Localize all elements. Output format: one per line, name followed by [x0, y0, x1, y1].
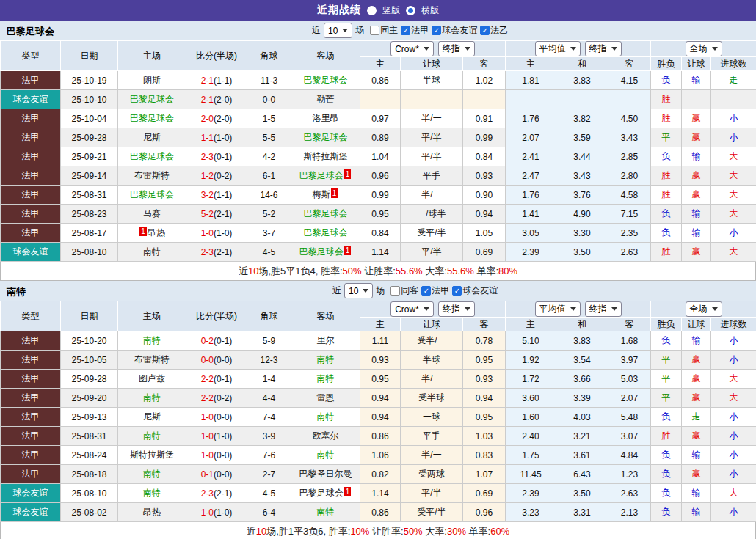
- handicap-odds-away: 0.99: [463, 128, 506, 147]
- col-header-type: 类型: [1, 41, 61, 71]
- results-table-nantes: 类型 日期 主场 比分(半场) 角球 客场 Crow* 终指 平均值 终指 全场: [0, 301, 756, 522]
- col-header-avg-draw: 和: [556, 57, 608, 71]
- avg-odds-away: 4.15: [608, 71, 651, 90]
- avg-odds-draw: 6.43: [556, 465, 608, 484]
- avg-odds-away: 2.07: [608, 389, 651, 408]
- match-score: 1-0(1-0): [186, 503, 247, 522]
- halftime-score: (1-0): [214, 133, 232, 143]
- halftime-score: (0-2): [214, 171, 232, 181]
- team-name: 南特: [143, 335, 161, 345]
- corner-score: 5-5: [247, 128, 291, 147]
- home-team: 马赛: [118, 205, 186, 224]
- team-name: 南特: [143, 430, 161, 441]
- fulltime-score: 2-0: [201, 114, 214, 124]
- handicap-line: 平/半: [401, 128, 463, 147]
- result-goals: 大: [711, 370, 756, 389]
- filter-checkbox[interactable]: ✓球会友谊: [452, 285, 498, 297]
- match-count-select[interactable]: 10: [324, 23, 352, 38]
- result-winloss: 胜: [651, 427, 682, 446]
- average-select[interactable]: 平均值: [535, 301, 581, 317]
- home-team: 南特: [118, 484, 186, 503]
- col-header-date: 日期: [61, 41, 118, 71]
- filter-checkbox[interactable]: ✓法甲: [401, 24, 429, 37]
- result-handicap: 输: [682, 503, 711, 522]
- col-header-avg-home: 主: [506, 57, 556, 71]
- fulltime-score: 2-3: [201, 152, 214, 162]
- filter-checkbox[interactable]: ✓球会友谊: [432, 24, 477, 37]
- avg-odds-draw: 3.50: [556, 484, 608, 503]
- home-team: 布雷斯特: [118, 166, 186, 186]
- layout-radio-vertical[interactable]: [367, 6, 377, 15]
- chevron-down-icon: [570, 307, 576, 311]
- checkbox-checked-icon: ✓: [401, 26, 410, 35]
- avg-odds-home: 1.72: [506, 370, 556, 389]
- final-odds-select[interactable]: 终指: [438, 41, 475, 56]
- odds-select-host: Crow* 终指: [360, 301, 506, 318]
- match-count-select[interactable]: 10: [344, 283, 373, 298]
- result-handicap: 输: [682, 71, 711, 90]
- match-date: 25-10-19: [61, 71, 118, 90]
- match-score: 2-2(0-1): [186, 370, 247, 389]
- corner-score: 2-7: [247, 465, 291, 484]
- league-type-cell: 球会友谊: [1, 90, 61, 109]
- fulltime-score: 2-1: [201, 95, 214, 105]
- col-header-odds-home: 主: [360, 318, 401, 331]
- filter-checkbox[interactable]: ✓法甲: [421, 285, 449, 297]
- filter-checkbox[interactable]: 同客: [390, 285, 418, 297]
- away-team: 斯特拉斯堡: [291, 147, 360, 166]
- result-handicap: 输: [682, 484, 711, 503]
- table-row: 法甲25-09-14布雷斯特1-2(0-2)6-1巴黎足球会10.96平手0.9…: [1, 166, 756, 186]
- away-team: 里尔: [291, 331, 360, 351]
- scope-select[interactable]: 全场: [686, 301, 722, 317]
- result-handicap: 输: [682, 224, 711, 243]
- filter-checkbox[interactable]: 同主: [370, 24, 398, 37]
- avg-odds-away: 2.80: [608, 166, 651, 186]
- layout-radio-horizontal[interactable]: [406, 6, 415, 15]
- col-header-away: 客场: [291, 41, 360, 71]
- checkbox-label: 法乙: [490, 24, 508, 37]
- final-odds-select[interactable]: 终指: [438, 301, 475, 317]
- result-goals: 大: [711, 484, 756, 503]
- scope-select[interactable]: 全场: [686, 41, 722, 56]
- home-team: 布雷斯特: [118, 351, 186, 370]
- away-team: 巴黎足球会1: [291, 166, 360, 186]
- away-team: 勒芒: [291, 90, 360, 109]
- league-type-cell: 法甲: [1, 446, 61, 465]
- summary-segment: 大率:: [423, 525, 447, 538]
- bookmaker-select[interactable]: Crow*: [390, 41, 434, 56]
- final-odds-select-2[interactable]: 终指: [585, 41, 622, 56]
- filter-bar: 近 10 场 同客✓法甲✓球会友谊: [332, 283, 498, 298]
- table-row: 法甲25-10-19朗斯2-1(1-1)11-3巴黎足球会0.86半球1.021…: [1, 71, 756, 90]
- fulltime-score: 3-2: [201, 190, 214, 200]
- col-header-type: 类型: [1, 301, 61, 331]
- result-handicap: 输: [682, 147, 711, 166]
- avg-odds-away: 5.03: [608, 370, 651, 389]
- match-date: 25-08-17: [61, 224, 118, 243]
- league-type-cell: 法甲: [1, 465, 61, 484]
- bookmaker-select[interactable]: Crow*: [390, 301, 434, 317]
- col-header-winloss: 胜负: [651, 318, 682, 331]
- avg-odds-home: 2.41: [506, 147, 556, 166]
- result-handicap: 赢: [682, 128, 711, 147]
- halftime-score: (2-0): [214, 95, 232, 105]
- avg-select-host: 平均值 终指: [506, 41, 651, 57]
- checkbox-label: 球会友谊: [462, 285, 498, 297]
- avg-odds-home: [506, 90, 556, 109]
- result-handicap: 赢: [682, 166, 711, 186]
- filter-checkbox[interactable]: ✓法乙: [480, 24, 508, 37]
- league-type-cell: 法甲: [1, 71, 61, 90]
- match-date: 25-09-14: [61, 166, 118, 186]
- handicap-odds-away: 0.93: [463, 370, 506, 389]
- away-team: 巴黎足球会1: [291, 243, 360, 262]
- final-odds-select-2[interactable]: 终指: [585, 301, 622, 317]
- col-header-avg-away: 客: [608, 57, 651, 71]
- handicap-odds-home: 1.14: [360, 484, 401, 503]
- table-row: 法甲25-09-20南特2-2(0-2)4-4雷恩0.94受半球0.943.60…: [1, 389, 756, 408]
- red-card-badge: 1: [344, 169, 352, 179]
- home-team: 巴黎足球会: [118, 186, 186, 205]
- handicap-odds-away: 0.69: [463, 243, 506, 262]
- average-select[interactable]: 平均值: [535, 41, 581, 56]
- col-header-avg-draw: 和: [556, 318, 608, 331]
- chevron-down-icon: [570, 47, 576, 51]
- table-row: 球会友谊25-08-02昂热1-0(1-0)6-4南特0.86受平/半0.963…: [1, 503, 756, 522]
